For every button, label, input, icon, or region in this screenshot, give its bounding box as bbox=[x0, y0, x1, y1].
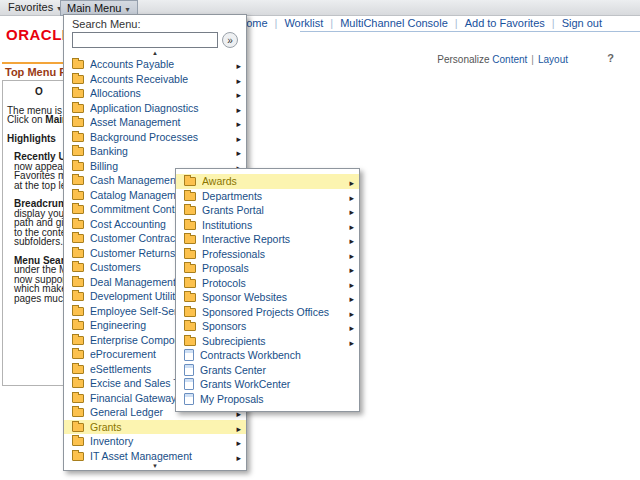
menu-item[interactable]: Background Processes bbox=[64, 130, 246, 145]
folder-icon bbox=[184, 279, 196, 288]
submenu-item-label: Grants Portal bbox=[202, 204, 345, 216]
folder-icon bbox=[184, 221, 196, 230]
menu-item[interactable]: Allocations bbox=[64, 86, 246, 101]
menu-item-label: Asset Management bbox=[90, 116, 232, 128]
folder-icon bbox=[72, 379, 84, 388]
nav-link[interactable]: Worklist bbox=[268, 17, 324, 29]
menu-item-label: Accounts Receivable bbox=[90, 73, 232, 85]
menu-item[interactable]: Application Diagnostics bbox=[64, 101, 246, 116]
main-menu-label: Main Menu bbox=[67, 2, 121, 14]
menu-item-label: IT Asset Management bbox=[90, 450, 232, 462]
menu-item-label: Allocations bbox=[90, 87, 232, 99]
submenu-item[interactable]: Grants WorkCenter bbox=[176, 377, 359, 392]
folder-icon bbox=[184, 192, 196, 201]
folder-icon bbox=[72, 452, 84, 461]
menu-item-label: Banking bbox=[90, 145, 232, 157]
submenu-item-label: Sponsor Websites bbox=[202, 291, 345, 303]
folder-icon bbox=[72, 437, 84, 446]
folder-icon bbox=[72, 191, 84, 200]
submenu-item-label: Sponsored Projects Offices bbox=[202, 306, 345, 318]
menu-item[interactable]: Asset Management bbox=[64, 115, 246, 130]
folder-icon bbox=[184, 322, 196, 331]
submenu-item-label: Professionals bbox=[202, 248, 345, 260]
personalize-link[interactable]: Layout bbox=[527, 54, 568, 65]
help-icon[interactable]: ? bbox=[607, 52, 614, 64]
folder-icon bbox=[72, 263, 84, 272]
page-icon bbox=[184, 378, 194, 390]
folder-icon bbox=[72, 104, 84, 113]
folder-icon bbox=[184, 293, 196, 302]
folder-icon bbox=[72, 133, 84, 142]
menu-item-label: Grants bbox=[90, 421, 232, 433]
menu-item[interactable]: Inventory bbox=[64, 434, 246, 449]
header-nav: HomeWorklistMultiChannel ConsoleAdd to F… bbox=[238, 17, 602, 29]
submenu-item[interactable]: Protocols bbox=[176, 276, 359, 291]
folder-icon bbox=[72, 220, 84, 229]
search-submit-button[interactable]: » bbox=[222, 32, 238, 48]
nav-link[interactable]: Add to Favorites bbox=[448, 17, 545, 29]
submenu-item[interactable]: Departments bbox=[176, 189, 359, 204]
submenu-item-label: Awards bbox=[202, 175, 345, 187]
folder-icon bbox=[72, 423, 84, 432]
menu-item-label: Inventory bbox=[90, 435, 232, 447]
submenu-item-label: Sponsors bbox=[202, 320, 345, 332]
folder-icon bbox=[184, 337, 196, 346]
personalize-label: Personalize bbox=[437, 54, 489, 65]
submenu-arrow-icon bbox=[232, 447, 241, 465]
folder-icon bbox=[72, 350, 84, 359]
submenu-item[interactable]: Grants Center bbox=[176, 363, 359, 378]
folder-icon bbox=[72, 75, 84, 84]
submenu-item[interactable]: Awards bbox=[176, 174, 359, 189]
folder-icon bbox=[72, 336, 84, 345]
chevron-down-icon bbox=[121, 2, 129, 14]
submenu-item-label: Institutions bbox=[202, 219, 345, 231]
folder-icon bbox=[72, 249, 84, 258]
folder-icon bbox=[72, 365, 84, 374]
submenu-item-label: Grants Center bbox=[200, 364, 354, 376]
menu-item-label: Background Processes bbox=[90, 131, 232, 143]
submenu-item[interactable]: Institutions bbox=[176, 218, 359, 233]
submenu-item[interactable]: Interactive Reports bbox=[176, 232, 359, 247]
search-row: » bbox=[64, 30, 246, 50]
submenu-item[interactable]: Subrecipients bbox=[176, 334, 359, 349]
menu-item[interactable]: Accounts Receivable bbox=[64, 72, 246, 87]
menu-item-label: Application Diagnostics bbox=[90, 102, 232, 114]
scroll-down-icon[interactable]: ▼ bbox=[64, 463, 246, 470]
menu-item[interactable]: Accounts Payable bbox=[64, 57, 246, 72]
personalize-links: ContentLayout bbox=[492, 54, 568, 65]
submenu-item[interactable]: Sponsored Projects Offices bbox=[176, 305, 359, 320]
folder-icon bbox=[184, 235, 196, 244]
folder-icon bbox=[72, 147, 84, 156]
personalize-link[interactable]: Content bbox=[492, 54, 527, 65]
submenu-item[interactable]: Grants Portal bbox=[176, 203, 359, 218]
submenu-item[interactable]: Sponsors bbox=[176, 319, 359, 334]
submenu-arrow-icon bbox=[345, 332, 354, 350]
folder-icon bbox=[72, 162, 84, 171]
menu-item[interactable]: Banking bbox=[64, 144, 246, 159]
page-icon bbox=[184, 364, 194, 376]
submenu-item-label: Proposals bbox=[202, 262, 345, 274]
nav-link[interactable]: Sign out bbox=[545, 17, 602, 29]
header-divider bbox=[300, 31, 640, 32]
favorites-menu-button[interactable]: Favorites bbox=[0, 0, 69, 15]
folder-icon bbox=[184, 177, 196, 186]
folder-icon bbox=[72, 234, 84, 243]
submenu-item[interactable]: Professionals bbox=[176, 247, 359, 262]
folder-icon bbox=[184, 206, 196, 215]
menu-item[interactable]: IT Asset Management bbox=[64, 449, 246, 464]
nav-link[interactable]: MultiChannel Console bbox=[323, 17, 447, 29]
search-input[interactable] bbox=[72, 32, 218, 48]
menu-item[interactable]: Grants bbox=[64, 420, 246, 435]
submenu-item[interactable]: Sponsor Websites bbox=[176, 290, 359, 305]
submenu-item[interactable]: Contracts Workbench bbox=[176, 348, 359, 363]
folder-icon bbox=[184, 250, 196, 259]
submenu-item[interactable]: Proposals bbox=[176, 261, 359, 276]
submenu-item[interactable]: My Proposals bbox=[176, 392, 359, 407]
submenu-item-label: Grants WorkCenter bbox=[200, 378, 354, 390]
search-menu-label: Search Menu: bbox=[64, 15, 246, 30]
folder-icon bbox=[72, 118, 84, 127]
submenu-item-label: Departments bbox=[202, 190, 345, 202]
personalize-bar: Personalize ContentLayout bbox=[437, 54, 568, 65]
scroll-up-icon[interactable]: ▲ bbox=[64, 50, 246, 57]
submenu-item-label: Protocols bbox=[202, 277, 345, 289]
